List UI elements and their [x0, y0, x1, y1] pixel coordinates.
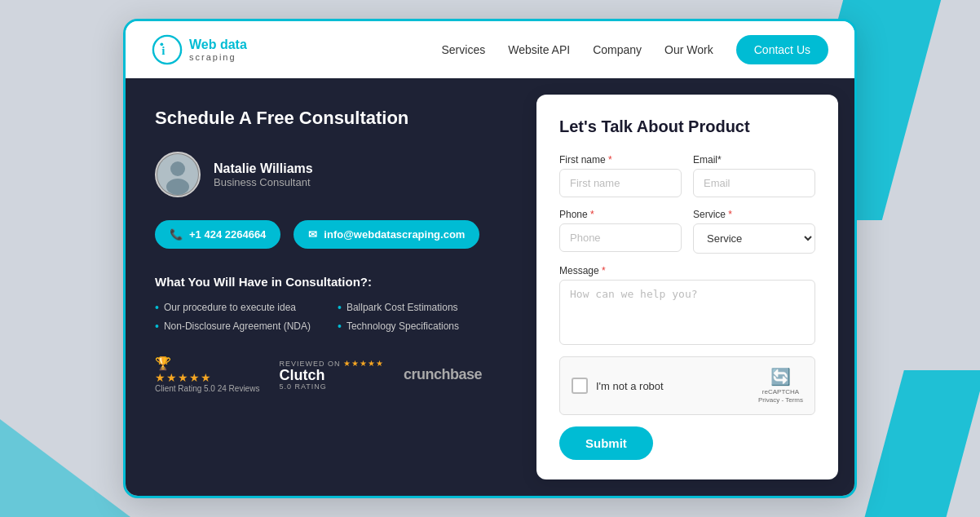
consultation-item-1: Our procedure to execute idea	[155, 302, 324, 314]
logo-scraping: scraping	[189, 52, 247, 62]
consultant-avatar	[155, 152, 201, 197]
consultant-title: Business Consultant	[214, 176, 313, 188]
nav-links: Services Website API Company Our Work Co…	[441, 42, 828, 57]
stars: ★★★★★	[155, 371, 212, 384]
recaptcha-text: I'm not a robot	[596, 380, 664, 392]
logo-text: Web data scraping	[189, 38, 247, 62]
section-title: Schedule A Free Consultation	[155, 108, 507, 129]
client-rating: Client Rating 5.0 24 Reviews	[155, 384, 259, 393]
consultation-list: Our procedure to execute idea Ballpark C…	[155, 302, 507, 333]
first-name-label-text: First name	[559, 154, 606, 166]
phone-number: +1 424 2264664	[189, 228, 266, 241]
phone-label-text: Phone	[559, 209, 588, 220]
clutch-rating: 5.0 RATING	[279, 382, 326, 391]
phone-icon: 📞	[170, 228, 183, 241]
message-label-text: Message	[559, 265, 599, 276]
form-title: Let's Talk About Product	[559, 117, 815, 136]
logo: i Web data scraping	[152, 34, 247, 65]
email-group: Email*	[693, 154, 815, 197]
email-button[interactable]: ✉ info@webdatascraping.com	[294, 220, 479, 249]
consultant-name: Natalie Williams	[214, 161, 313, 176]
consultation-heading: What You Will Have in Consultation?:	[155, 275, 507, 289]
recaptcha-brand: reCAPTCHAPrivacy - Terms	[758, 388, 803, 404]
logo-web-data: Web data	[189, 38, 247, 52]
nav-item-our-work[interactable]: Our Work	[664, 42, 713, 57]
phone-label: Phone *	[559, 209, 682, 220]
badges: 🏆 ★★★★★ Client Rating 5.0 24 Reviews REV…	[155, 356, 507, 393]
navbar: i Web data scraping Services Website API…	[126, 21, 854, 78]
svg-point-0	[153, 36, 181, 64]
nav-link-services[interactable]: Services	[441, 43, 485, 56]
clutch-name: Clutch	[279, 368, 324, 382]
nav-item-api[interactable]: Website API	[508, 42, 570, 57]
consultation-item-2: Ballpark Cost Estimations	[338, 302, 507, 314]
consultation-item-4: Technology Specifications	[338, 320, 507, 333]
submit-button[interactable]: Submit	[559, 426, 653, 460]
nav-link-api[interactable]: Website API	[508, 43, 570, 56]
svg-point-4	[170, 161, 185, 176]
message-textarea[interactable]	[559, 280, 815, 345]
email-icon: ✉	[308, 228, 317, 241]
svg-point-5	[166, 179, 189, 195]
recaptcha-checkbox[interactable]	[572, 378, 588, 394]
first-name-label: First name *	[559, 154, 682, 166]
nav-item-services[interactable]: Services	[441, 42, 485, 57]
phone-button[interactable]: 📞 +1 424 2264664	[155, 220, 280, 249]
form-row-name-email: First name * Email*	[559, 154, 815, 197]
email-input[interactable]	[693, 169, 815, 197]
clutch-badge: REVIEWED ON ★★★★★ Clutch 5.0 RATING	[279, 359, 384, 391]
phone-input[interactable]	[559, 223, 682, 252]
left-panel: Schedule A Free Consultation Natalie Wil…	[126, 78, 536, 495]
first-name-required: *	[608, 154, 612, 166]
right-panel: Let's Talk About Product First name * Em…	[536, 95, 838, 479]
consultant-details: Natalie Williams Business Consultant	[214, 161, 313, 188]
service-select[interactable]: Service Web Scraping Data Extraction API…	[693, 223, 815, 254]
clutch-stars: ★★★★★	[343, 359, 384, 368]
email-address: info@webdatascraping.com	[324, 228, 465, 241]
logo-icon: i	[152, 34, 183, 65]
service-group: Service * Service Web Scraping Data Extr…	[693, 209, 815, 254]
nav-item-contact[interactable]: Contact Us	[736, 42, 828, 57]
main-card: i Web data scraping Services Website API…	[123, 19, 857, 497]
contact-buttons: 📞 +1 424 2264664 ✉ info@webdatascraping.…	[155, 220, 507, 249]
message-label: Message *	[559, 265, 815, 276]
svg-point-2	[160, 42, 163, 46]
rating-icon: 🏆	[155, 356, 171, 371]
card-body: Schedule A Free Consultation Natalie Wil…	[126, 78, 854, 495]
recaptcha-left: I'm not a robot	[572, 378, 664, 394]
recaptcha-logo-icon: 🔄	[770, 367, 791, 387]
nav-item-company[interactable]: Company	[593, 42, 642, 57]
first-name-input[interactable]	[559, 169, 682, 197]
nav-link-company[interactable]: Company	[593, 43, 642, 56]
first-name-group: First name *	[559, 154, 682, 197]
phone-required: *	[590, 209, 594, 220]
rating-badge: 🏆 ★★★★★ Client Rating 5.0 24 Reviews	[155, 356, 259, 393]
nav-contact-button[interactable]: Contact Us	[736, 35, 828, 64]
email-label: Email*	[693, 154, 815, 166]
phone-group: Phone *	[559, 209, 682, 254]
message-group: Message *	[559, 265, 815, 345]
service-required: *	[728, 209, 732, 220]
service-label: Service *	[693, 209, 815, 220]
consultation-item-3: Non-Disclosure Agreement (NDA)	[155, 320, 324, 333]
recaptcha-box[interactable]: I'm not a robot 🔄 reCAPTCHAPrivacy - Ter…	[559, 356, 815, 414]
service-label-text: Service	[693, 209, 726, 220]
nav-link-our-work[interactable]: Our Work	[664, 43, 713, 56]
crunchbase-badge: crunchbase	[404, 366, 482, 383]
recaptcha-right: 🔄 reCAPTCHAPrivacy - Terms	[758, 367, 803, 404]
consultant-info: Natalie Williams Business Consultant	[155, 152, 507, 197]
form-row-phone-service: Phone * Service * Service Web Scraping D…	[559, 209, 815, 254]
message-required: *	[602, 265, 606, 276]
